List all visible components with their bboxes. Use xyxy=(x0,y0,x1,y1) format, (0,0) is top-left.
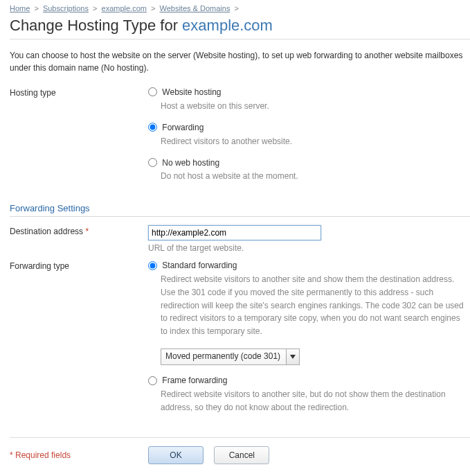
required-marker: * xyxy=(85,227,89,236)
hosting-type-website-radio[interactable] xyxy=(148,87,157,96)
intro-text: You can choose to host the website on th… xyxy=(10,49,470,74)
forwarding-type-frame-desc: Redirect website visitors to another sit… xyxy=(161,388,465,414)
breadcrumb-domain[interactable]: example.com xyxy=(102,4,147,12)
breadcrumb-sep: > xyxy=(34,4,38,12)
breadcrumb-subscriptions[interactable]: Subscriptions xyxy=(43,4,89,12)
forwarding-type-standard[interactable]: Standard forwarding xyxy=(148,260,237,270)
hosting-type-website[interactable]: Website hosting xyxy=(148,87,222,96)
hosting-type-forwarding-label: Forwarding xyxy=(162,123,204,132)
forwarding-type-standard-desc: Redirect website visitors to another sit… xyxy=(161,273,465,337)
destination-address-hint: URL of the target website. xyxy=(148,243,470,253)
chevron-down-icon[interactable] xyxy=(286,349,299,364)
forwarding-type-label: Forwarding type xyxy=(10,260,148,271)
forwarding-type-frame-label: Frame forwarding xyxy=(162,376,227,385)
hosting-type-label: Hosting type xyxy=(10,87,148,98)
breadcrumb-websites[interactable]: Websites & Domains xyxy=(160,4,231,12)
divider xyxy=(10,437,470,438)
hosting-type-none-label: No web hosting xyxy=(162,157,219,167)
hosting-type-none-radio[interactable] xyxy=(148,158,157,167)
breadcrumb-sep: > xyxy=(151,4,155,12)
breadcrumb-sep: > xyxy=(234,4,238,12)
destination-address-input[interactable] xyxy=(148,225,321,240)
forwarding-type-frame[interactable]: Frame forwarding xyxy=(148,375,227,385)
hosting-type-forwarding-hint: Redirect visitors to another website. xyxy=(161,135,470,148)
breadcrumb-sep: > xyxy=(93,4,97,12)
ok-button[interactable]: OK xyxy=(148,446,204,464)
redirect-code-select[interactable]: Moved permanently (code 301) xyxy=(161,349,300,365)
forwarding-settings-heading: Forwarding Settings xyxy=(10,203,470,217)
forwarding-type-frame-radio[interactable] xyxy=(148,376,157,385)
redirect-code-select-value: Moved permanently (code 301) xyxy=(161,349,286,364)
hosting-type-none[interactable]: No web hosting xyxy=(148,157,219,167)
hosting-type-website-label: Website hosting xyxy=(162,87,221,97)
page-title-domain: example.com xyxy=(182,17,273,34)
forwarding-type-standard-label: Standard forwarding xyxy=(162,261,237,270)
svg-marker-0 xyxy=(290,355,296,359)
breadcrumb: Home > Subscriptions > example.com > Web… xyxy=(10,0,470,15)
required-fields-note: * Required fields xyxy=(10,450,148,460)
hosting-type-website-hint: Host a website on this server. xyxy=(161,100,470,112)
cancel-button[interactable]: Cancel xyxy=(214,446,269,464)
hosting-type-forwarding-radio[interactable] xyxy=(148,123,157,132)
divider xyxy=(10,39,470,39)
breadcrumb-home[interactable]: Home xyxy=(10,4,30,12)
hosting-type-forwarding[interactable]: Forwarding xyxy=(148,122,204,132)
page-title: Change Hosting Type for example.com xyxy=(10,17,470,35)
hosting-type-none-hint: Do not host a website at the moment. xyxy=(161,170,470,182)
destination-address-label: Destination address * xyxy=(10,225,148,236)
forwarding-type-standard-radio[interactable] xyxy=(148,261,157,270)
